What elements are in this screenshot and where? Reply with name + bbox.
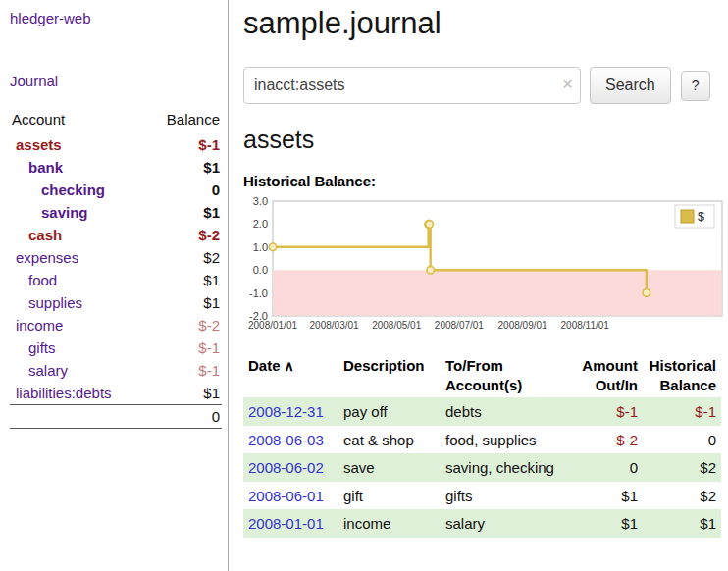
register-balance-cell: $-1 — [643, 397, 721, 426]
register-balance-cell: 0 — [643, 426, 721, 454]
account-row: saving$1 — [10, 201, 222, 224]
register-balance-cell: $2 — [643, 482, 721, 510]
clear-search-icon[interactable]: × — [562, 75, 573, 94]
register-row: 2008-12-31pay offdebts$-1$-1 — [243, 397, 721, 426]
sidebar-account-balance: $2 — [146, 246, 222, 269]
register-amount-cell: $1 — [567, 482, 643, 510]
sidebar-account-balance: 0 — [146, 179, 222, 201]
register-balance-cell: $1 — [643, 509, 721, 538]
register-row: 2008-01-01incomesalary$1$1 — [243, 509, 721, 538]
register-amount-cell: $1 — [567, 509, 643, 538]
x-axis-label: 2008/07/01 — [435, 320, 484, 331]
sidebar-account-link[interactable]: assets — [16, 136, 62, 153]
account-row: checking0 — [10, 179, 222, 201]
search-input-wrap: × — [243, 67, 581, 104]
register-header-amount: AmountOut/In — [567, 353, 643, 397]
sidebar-account-link[interactable]: food — [28, 272, 57, 288]
register-date-cell: 2008-06-03 — [243, 426, 338, 454]
register-accounts-cell: saving, checking — [441, 453, 567, 482]
balance-chart: 3.02.01.00.0-1.0-2.02008/01/012008/03/01… — [243, 196, 726, 334]
register-date-link[interactable]: 2008-01-01 — [248, 515, 324, 532]
sidebar-account-balance: $1 — [146, 382, 222, 405]
account-row: food$1 — [10, 269, 222, 291]
accounts-total-row: 0 — [10, 405, 222, 429]
account-row: cash$-2 — [10, 224, 222, 246]
help-button[interactable]: ? — [681, 71, 710, 101]
register-header-date[interactable]: Date ∧ — [243, 353, 338, 397]
x-axis-label: 2008/09/01 — [498, 320, 547, 331]
sidebar-account-link[interactable]: supplies — [28, 294, 82, 311]
sidebar-account-balance: $-2 — [146, 224, 222, 246]
register-date-link[interactable]: 2008-06-02 — [248, 459, 324, 476]
y-axis-label: -1.0 — [249, 287, 268, 299]
register-description-cell: eat & shop — [338, 426, 441, 454]
sidebar-account-balance: $-2 — [146, 314, 222, 337]
accounts-header-balance: Balance — [146, 108, 222, 133]
main-content: sample.journal × Search ? assets Histori… — [229, 0, 728, 571]
x-axis-label: 2008/03/01 — [310, 320, 359, 331]
sidebar-account-link[interactable]: liabilities:debts — [16, 385, 112, 401]
sort-asc-icon: ∧ — [281, 358, 294, 374]
register-description-cell: gift — [338, 482, 441, 510]
y-axis-label: 0.0 — [253, 264, 268, 276]
sidebar-account-balance: $1 — [146, 291, 222, 314]
accounts-header-row: Account Balance — [10, 108, 222, 133]
account-row: expenses$2 — [10, 246, 222, 269]
register-accounts-cell: gifts — [441, 482, 567, 510]
chart-legend: $ — [675, 205, 714, 228]
sidebar: hledger-web Journal Account Balance asse… — [0, 0, 229, 571]
app-title-link[interactable]: hledger-web — [10, 10, 91, 26]
accounts-total-spacer — [10, 405, 146, 429]
register-date-cell: 2008-06-01 — [243, 482, 338, 510]
register-date-cell: 2008-06-02 — [243, 453, 338, 482]
sidebar-account-link[interactable]: saving — [41, 204, 88, 221]
accounts-table: Account Balance assets$-1bank$1checking0… — [10, 108, 222, 429]
search-bar: × Search ? — [243, 67, 726, 104]
search-button[interactable]: Search — [590, 67, 671, 104]
sidebar-account-link[interactable]: bank — [28, 159, 63, 176]
nav-journal-link[interactable]: Journal — [10, 73, 58, 89]
sidebar-account-link[interactable]: salary — [28, 362, 68, 379]
sidebar-account-link[interactable]: expenses — [16, 249, 78, 266]
chart-negative-region — [274, 270, 722, 315]
register-accounts-cell: food, supplies — [441, 426, 567, 454]
legend-swatch — [681, 210, 694, 223]
search-input[interactable] — [243, 67, 581, 104]
chart-point-marker — [643, 289, 650, 297]
account-row: supplies$1 — [10, 291, 222, 314]
register-date-link[interactable]: 2008-06-03 — [248, 432, 324, 448]
register-header-row: Date ∧DescriptionTo/FromAccount(s)Amount… — [243, 353, 721, 397]
x-axis-label: 2008/11/01 — [561, 320, 610, 331]
register-date-link[interactable]: 2008-12-31 — [248, 403, 324, 420]
register-row: 2008-06-02savesaving, checking0$2 — [243, 453, 721, 482]
register-date-cell: 2008-12-31 — [243, 397, 338, 426]
sidebar-account-balance: $-1 — [146, 337, 222, 359]
x-axis-label: 2008/05/01 — [372, 320, 421, 331]
y-axis-label: 3.0 — [253, 196, 268, 207]
register-date-cell: 2008-01-01 — [243, 509, 338, 538]
y-axis-label: 2.0 — [253, 218, 268, 230]
register-date-link[interactable]: 2008-06-01 — [248, 488, 324, 504]
sidebar-account-link[interactable]: gifts — [28, 339, 56, 356]
register-balance-cell: $2 — [643, 453, 721, 482]
sidebar-account-balance: $-1 — [146, 133, 222, 156]
sidebar-account-balance: $1 — [146, 269, 222, 291]
sidebar-account-link[interactable]: income — [16, 317, 63, 334]
register-amount-cell: $-2 — [567, 426, 643, 454]
sidebar-account-balance: $1 — [146, 156, 222, 179]
chart-point-marker — [427, 266, 435, 274]
sidebar-account-balance: $-1 — [146, 359, 222, 382]
account-row: gifts$-1 — [10, 337, 222, 359]
register-accounts-cell: salary — [441, 509, 567, 538]
chart-title: Historical Balance: — [243, 173, 726, 189]
register-header-historical: HistoricalBalance — [643, 353, 721, 397]
page-title: sample.journal — [243, 6, 726, 41]
sidebar-account-link[interactable]: cash — [28, 227, 62, 243]
register-table: Date ∧DescriptionTo/FromAccount(s)Amount… — [243, 353, 721, 538]
account-row: assets$-1 — [10, 133, 222, 156]
accounts-header-account: Account — [10, 108, 146, 133]
sidebar-account-balance: $1 — [146, 201, 222, 224]
sidebar-account-link[interactable]: checking — [41, 182, 105, 198]
y-axis-label: 1.0 — [253, 241, 268, 253]
register-description-cell: save — [338, 453, 441, 482]
